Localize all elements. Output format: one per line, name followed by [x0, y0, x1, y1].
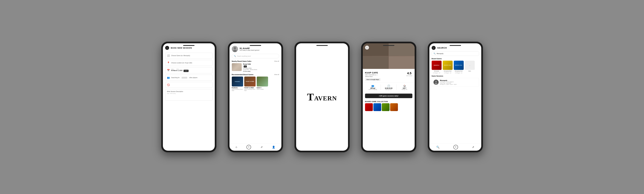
bottom-nav: ⌂ + ⇗ 👤: [230, 143, 282, 151]
games-row: PANDEMIC Pandemic Nature Building Game S…: [232, 77, 279, 91]
bg-card-3[interactable]: MONOPOLY DEAL Monopoly Deal 2-5 Players …: [454, 61, 464, 73]
greeting-text: Hi, Arnold!: [240, 47, 260, 49]
phone-1-screen: ‹ MAKE NEW SESSION ⬜ Choose Game (ex: Mo…: [163, 43, 215, 151]
phone-4: ‹ KUUP CAFE Jalan Greenville no. 1 Jakar…: [361, 42, 416, 152]
bg-name-3: Monopoly Deal: [455, 70, 462, 72]
board-games-row: MONOPOLY Monopoly 2-8 Players 3.5 MONOPO…: [430, 61, 481, 75]
game3-subtitle: Game subtitle: [257, 89, 268, 90]
nav-add-button[interactable]: +: [246, 145, 251, 149]
search-magnifier-icon: 🔍: [434, 53, 436, 55]
bg-rating-1: 2-8 Players 3.5: [433, 72, 440, 73]
ticket-title: TICKET to RIDE: [244, 87, 256, 89]
svg-point-4: [435, 81, 437, 82]
game-thumb-3[interactable]: [382, 103, 390, 111]
game3-cover: [257, 77, 268, 87]
monopoly-red-cover: MONOPOLY: [432, 61, 442, 70]
session-info: Monopoly Looking for 2 more players! Kuu…: [440, 80, 456, 85]
p5-nav-add-button[interactable]: +: [454, 145, 458, 149]
phone-4-screen: ‹ KUUP CAFE Jalan Greenville no. 1 Jakar…: [363, 43, 415, 151]
dice-icon: 🎲: [403, 85, 406, 87]
back-arrow-icon: ‹: [167, 47, 168, 49]
game-card-pandemic[interactable]: PANDEMIC Pandemic Nature Building Game S…: [232, 77, 243, 91]
location-field[interactable]: 📍 Choose Location (ex: Kuup Cafe): [165, 60, 212, 66]
nav-share-icon[interactable]: ⇗: [260, 146, 263, 149]
cafe-hero-image: ‹: [363, 43, 415, 69]
mode-field[interactable]: 🚫: [165, 82, 212, 88]
p5-nav-search-icon[interactable]: 🔍: [436, 146, 440, 149]
bg-name-2: Monopoly Deal: [444, 70, 451, 72]
search-input-value: Monopoly: [437, 53, 444, 54]
nav-profile-icon[interactable]: 👤: [272, 146, 275, 149]
search-input-bar[interactable]: 🔍 Monopoly: [432, 51, 479, 56]
bg-name-more: More: [468, 70, 471, 72]
stat-hours: 🕐 10.00-23.00 Opening Hours: [381, 84, 396, 91]
cta-button[interactable]: >100 game sessions daily!: [365, 94, 412, 98]
time-label: Time: [176, 68, 179, 70]
sessions-section-label: Game Sessions: [430, 75, 481, 78]
mode-icon: 🚫: [167, 84, 170, 86]
phone-2: Hi, Arnold! Get ready to play board game…: [228, 42, 283, 152]
cafe-back-button[interactable]: ‹: [365, 46, 369, 50]
back-button[interactable]: ‹: [165, 46, 169, 50]
more-cover: …: [465, 61, 475, 70]
pandemic-cover: PANDEMIC: [232, 77, 243, 87]
search-bar[interactable]: 🔍 Search anything here!: [232, 54, 279, 58]
phone-2-screen: Hi, Arnold! Get ready to play board game…: [230, 43, 282, 151]
p5-bottom-nav: 🔍 + ⇗: [430, 143, 481, 151]
search-back-button[interactable]: ‹: [432, 46, 436, 50]
cafe-rating-row: KUUP CAFE Jalan Greenville no. 1 Jakarta…: [365, 71, 412, 81]
game-field[interactable]: ⬜ Choose Game (ex: Monopoly): [165, 53, 212, 59]
rating-badge: 4.5: [244, 66, 247, 67]
p5-nav-share-icon[interactable]: ⇗: [472, 146, 474, 149]
cafe-rating-block: 4.5 200 reviews: [406, 71, 412, 76]
capacity-label: Maximum Capacity: [368, 89, 377, 90]
search-page-title: SEARCH: [437, 47, 447, 49]
players-icon: 👥: [167, 76, 170, 79]
description-field[interactable]: Write Session Description (max. 300 word…: [165, 89, 212, 101]
google-maps-button[interactable]: View in Google Maps: [365, 78, 380, 81]
session-card[interactable]: Monopoly Looking for 2 more players! Kuu…: [432, 78, 479, 87]
ticket-subtitle: Nature Building Game Style: [244, 89, 256, 91]
cafe-info-block: KUUP CAFE Jalan Greenville no. 1 Jakarta…: [363, 69, 415, 83]
phone-3-screen: T AVERN: [296, 43, 348, 151]
nearby-section-header: Nearby Board Game Cafes Show all: [230, 60, 282, 63]
bg-card-monopoly-red[interactable]: MONOPOLY Monopoly 2-8 Players 3.5: [432, 61, 442, 73]
bg-rating-3: 2-5 Players 3.5: [455, 72, 462, 73]
games-section: PANDEMIC Pandemic Nature Building Game S…: [230, 77, 282, 91]
game-card-ticket[interactable]: TICKET to RIDE TICKET to RIDE Nature Bui…: [244, 77, 256, 91]
cafe-name: KUUP CAFE: [365, 71, 380, 74]
bg-card-monopoly-deal[interactable]: MONOPOLY DEAL Monopoly Deal 2-5 Players …: [443, 61, 453, 73]
show-all-games-link[interactable]: Show all: [274, 74, 279, 75]
game-thumb-1[interactable]: [365, 103, 373, 111]
time-value: 15:00: [184, 70, 188, 72]
stat-games: 🎲 120 T Average 150: [397, 84, 412, 91]
back-icon: ‹: [366, 47, 367, 49]
cafe-rating: 4.5: [406, 71, 412, 75]
greeting-block: Hi, Arnold! Get ready to play board game…: [240, 47, 260, 51]
nav-home-icon[interactable]: ⌂: [236, 146, 237, 148]
stat-capacity: 👥 200 ppl Maximum Capacity: [365, 84, 381, 91]
p1-body: ⬜ Choose Game (ex: Monopoly) 📍 Choose Lo…: [163, 52, 215, 103]
calendar-icon: 📅: [167, 69, 170, 72]
bg-card-more[interactable]: … More: [465, 61, 475, 73]
game-thumb-4[interactable]: [390, 103, 398, 111]
greeting-subtitle: Get ready to play board games!: [240, 49, 260, 51]
date-time-field[interactable]: 📅 Date Time 06 March 3, 2020 15:00: [165, 67, 212, 73]
nearby-title: Nearby Board Game Cafes: [232, 60, 252, 62]
ticket-ride-cover: TICKET to RIDE: [244, 77, 256, 87]
cafe-card[interactable]: Kuup Cafe 4.5 120 game titles Greenville…: [232, 63, 279, 72]
desc-label: Write Session Description: [167, 91, 211, 92]
players-field[interactable]: 👥 Searching for other players: [165, 75, 212, 81]
cafe-info: Kuup Cafe 4.5 120 game titles Greenville…: [243, 63, 257, 72]
game-card-3[interactable]: Game 3 Game subtitle: [257, 77, 268, 91]
searching-for-label: Searching for: [171, 77, 180, 78]
session-seeking: Looking for 2 more players!: [440, 81, 456, 83]
bg-rating-2: 2-5 Players 3.5: [444, 72, 451, 73]
hours-value: 10.00-23.00: [385, 87, 392, 89]
game-thumb-2[interactable]: [374, 103, 381, 111]
tavern-logo: T AVERN: [307, 92, 337, 102]
games-count: 120 game titles: [243, 67, 257, 69]
session-avatar: [434, 80, 438, 85]
show-all-link[interactable]: Show all: [274, 61, 279, 62]
phones-container: ‹ MAKE NEW SESSION ⬜ Choose Game (ex: Mo…: [161, 42, 483, 152]
